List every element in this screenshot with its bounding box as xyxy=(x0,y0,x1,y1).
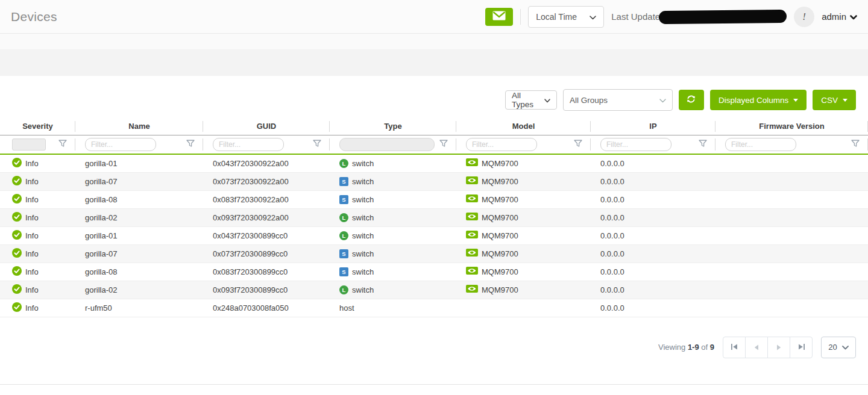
type-badge-icon: L xyxy=(339,159,348,168)
severity-ok-icon xyxy=(12,176,22,187)
timezone-select[interactable]: Local Time xyxy=(528,6,604,28)
column-header-type[interactable]: Type xyxy=(330,118,456,135)
severity-ok-icon xyxy=(12,158,22,169)
prev-page-button[interactable] xyxy=(745,337,768,358)
table-row[interactable]: Info gorilla-08 0x083f720300922a00 S swi… xyxy=(0,190,868,208)
table-row[interactable]: Info r-ufm50 0x248a0703008fa050 host 0.0… xyxy=(0,299,868,317)
firmware-filter-input[interactable] xyxy=(725,138,796,151)
table-filter-row xyxy=(0,135,868,154)
timezone-value: Local Time xyxy=(536,12,577,22)
caret-down-icon xyxy=(843,99,848,102)
device-model: MQM9700 xyxy=(482,213,518,222)
page-title: Devices xyxy=(11,10,57,24)
device-ip: 0.0.0.0 xyxy=(591,226,715,244)
device-name: gorilla-07 xyxy=(75,172,203,190)
table-row[interactable]: Info gorilla-02 0x093f720300922a00 L swi… xyxy=(0,208,868,226)
table-row[interactable]: Info gorilla-07 0x073f720300899cc0 S swi… xyxy=(0,244,868,263)
device-type: switch xyxy=(352,267,374,276)
funnel-icon[interactable] xyxy=(851,139,860,150)
device-firmware xyxy=(715,154,868,172)
viewing-summary: Viewing 1-9 of 9 xyxy=(658,343,714,352)
funnel-icon[interactable] xyxy=(574,139,582,150)
pagination-bar: Viewing 1-9 of 9 20 xyxy=(0,337,868,358)
device-ip: 0.0.0.0 xyxy=(591,190,715,208)
type-filter-select[interactable]: All Types xyxy=(505,90,557,110)
severity-label: Info xyxy=(25,303,39,313)
csv-export-button[interactable]: CSV xyxy=(813,90,856,110)
nvidia-logo-icon xyxy=(466,249,478,258)
device-firmware xyxy=(715,172,868,190)
table-row[interactable]: Info gorilla-01 0x043f720300922a00 L swi… xyxy=(0,154,868,172)
next-page-icon xyxy=(776,342,781,353)
device-ip: 0.0.0.0 xyxy=(591,263,715,281)
type-badge-icon: S xyxy=(339,267,348,276)
last-page-icon xyxy=(797,342,805,353)
chevron-down-icon xyxy=(659,96,666,105)
funnel-icon[interactable] xyxy=(58,139,67,150)
type-badge-icon: S xyxy=(339,177,348,186)
ip-filter-input[interactable] xyxy=(600,138,671,151)
caret-down-icon xyxy=(793,99,798,102)
device-model: MQM9700 xyxy=(482,195,518,204)
device-type: switch xyxy=(352,177,374,186)
displayed-columns-button[interactable]: Displayed Columns xyxy=(710,90,807,110)
gray-band xyxy=(0,49,868,76)
last-page-button[interactable] xyxy=(790,337,813,358)
device-name: gorilla-08 xyxy=(75,263,203,281)
device-guid: 0x093f720300899cc0 xyxy=(203,281,330,299)
chevron-down-icon xyxy=(850,11,857,22)
column-header-model[interactable]: Model xyxy=(456,118,591,135)
device-type: switch xyxy=(352,231,374,240)
funnel-icon[interactable] xyxy=(439,139,448,150)
device-name: gorilla-07 xyxy=(75,244,203,263)
device-firmware xyxy=(715,281,868,299)
type-badge-icon: L xyxy=(339,231,348,240)
viewing-range: 1-9 xyxy=(688,343,699,352)
column-header-name[interactable]: Name xyxy=(75,118,203,135)
last-update: Last Update xyxy=(611,10,787,23)
device-ip: 0.0.0.0 xyxy=(591,244,715,263)
type-badge-icon: S xyxy=(339,195,348,204)
device-model: MQM9700 xyxy=(482,285,518,294)
funnel-icon[interactable] xyxy=(313,139,321,150)
funnel-icon[interactable] xyxy=(699,139,707,150)
table-row[interactable]: Info gorilla-02 0x093f720300899cc0 L swi… xyxy=(0,281,868,299)
model-filter-input[interactable] xyxy=(466,138,537,151)
first-page-button[interactable] xyxy=(723,337,746,358)
header-divider xyxy=(520,9,521,25)
mail-button[interactable] xyxy=(485,8,513,26)
help-icon[interactable]: ! xyxy=(794,7,814,27)
device-guid: 0x073f720300899cc0 xyxy=(203,244,330,263)
chevron-down-icon xyxy=(544,96,550,105)
device-name: r-ufm50 xyxy=(75,299,203,317)
table-row[interactable]: Info gorilla-01 0x043f720300899cc0 L swi… xyxy=(0,226,868,244)
severity-ok-icon xyxy=(12,284,22,296)
device-name: gorilla-01 xyxy=(75,154,203,172)
column-header-severity[interactable]: Severity xyxy=(0,118,75,135)
name-filter-input[interactable] xyxy=(85,138,156,151)
column-header-ip[interactable]: IP xyxy=(591,118,715,135)
device-name: gorilla-02 xyxy=(75,208,203,226)
severity-label: Info xyxy=(25,249,39,258)
device-ip: 0.0.0.0 xyxy=(591,208,715,226)
user-menu[interactable]: admin xyxy=(822,11,857,22)
severity-ok-icon xyxy=(12,194,22,205)
table-row[interactable]: Info gorilla-07 0x073f720300922a00 S swi… xyxy=(0,172,868,190)
page-size-select[interactable]: 20 xyxy=(821,337,856,358)
funnel-icon[interactable] xyxy=(186,139,195,150)
table-toolbar: All Types All Groups Displayed Columns C… xyxy=(0,89,868,111)
chevron-down-icon xyxy=(842,343,849,352)
severity-label: Info xyxy=(25,285,39,294)
column-header-guid[interactable]: GUID xyxy=(203,118,330,135)
device-guid: 0x083f720300899cc0 xyxy=(203,263,330,281)
table-row[interactable]: Info gorilla-08 0x083f720300899cc0 S swi… xyxy=(0,263,868,281)
next-page-button[interactable] xyxy=(767,337,790,358)
device-guid: 0x043f720300899cc0 xyxy=(203,226,330,244)
severity-label: Info xyxy=(25,231,39,240)
guid-filter-input[interactable] xyxy=(213,138,284,151)
column-header-firmware[interactable]: Firmware Version xyxy=(715,118,868,135)
refresh-button[interactable] xyxy=(679,90,704,110)
group-filter-select[interactable]: All Groups xyxy=(563,89,673,111)
type-filter-disabled xyxy=(339,138,435,151)
device-ip: 0.0.0.0 xyxy=(591,281,715,299)
